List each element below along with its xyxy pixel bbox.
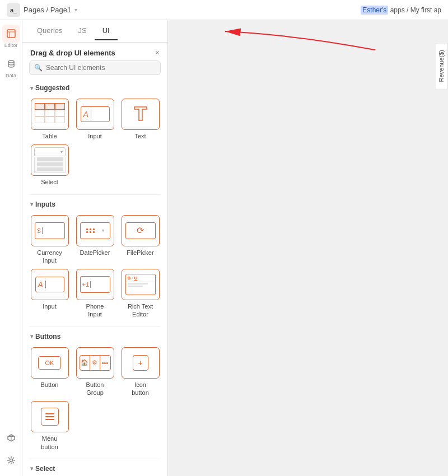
button-preview[interactable]: OK bbox=[31, 347, 69, 379]
svg-rect-0 bbox=[7, 30, 15, 38]
select-label: Select bbox=[41, 178, 58, 186]
menu-button-icon bbox=[41, 408, 59, 426]
widget-icon-button[interactable]: + Iconbutton bbox=[120, 347, 161, 397]
input-icon: A bbox=[81, 106, 110, 122]
user-info: Esther's apps / My first ap bbox=[361, 6, 441, 14]
button-icon: OK bbox=[38, 356, 62, 370]
sidebar-bottom-icons bbox=[2, 429, 20, 476]
filepicker-icon: ⟳ bbox=[125, 222, 156, 239]
tab-bar: Queries JS UI bbox=[22, 20, 167, 43]
currency-label: CurrencyInput bbox=[37, 249, 62, 265]
buttons-grid: OK Button 🏠 ⚙ ••• ButtonGroup bbox=[22, 344, 167, 456]
arrow-annotation bbox=[168, 20, 448, 132]
richtext-preview[interactable]: B / U bbox=[122, 269, 160, 300]
chevron-down-icon-select: ▾ bbox=[30, 465, 33, 472]
tab-queries[interactable]: Queries bbox=[29, 22, 71, 40]
divider-2 bbox=[29, 326, 161, 327]
divider-1 bbox=[29, 194, 161, 195]
editor-icon[interactable] bbox=[2, 25, 20, 43]
input2-label: Input bbox=[43, 302, 56, 310]
section-buttons-label: Buttons bbox=[35, 333, 60, 340]
icon-sidebar: Editor Data bbox=[0, 20, 22, 476]
filepicker-preview[interactable]: ⟳ bbox=[122, 215, 160, 246]
widget-currency-input[interactable]: $ CurrencyInput bbox=[29, 215, 70, 265]
filepicker-label: FilePicker bbox=[127, 249, 153, 256]
panel-header: Drag & drop UI elements × bbox=[22, 43, 167, 60]
search-icon: 🔍 bbox=[34, 64, 43, 72]
icon-button-preview[interactable]: + bbox=[122, 347, 160, 379]
settings-icon[interactable] bbox=[2, 451, 20, 469]
datepicker-preview[interactable]: ▾ bbox=[76, 215, 114, 246]
main-layout: Editor Data bbox=[0, 20, 448, 476]
user-name: Esther's bbox=[361, 6, 388, 15]
section-inputs[interactable]: ▾ Inputs bbox=[22, 197, 167, 212]
svg-point-3 bbox=[8, 60, 14, 63]
phone-label: PhoneInput bbox=[86, 302, 104, 319]
datepicker-label: DatePicker bbox=[80, 249, 110, 256]
button-group-icon: 🏠 ⚙ ••• bbox=[80, 355, 111, 371]
divider-3 bbox=[29, 459, 161, 459]
widget-phone-input[interactable]: +1 PhoneInput bbox=[74, 269, 115, 319]
currency-preview[interactable]: $ bbox=[31, 215, 69, 246]
package-icon[interactable] bbox=[2, 429, 20, 447]
widget-input2[interactable]: A Input bbox=[29, 269, 70, 319]
widget-datepicker[interactable]: ▾ DatePicker bbox=[74, 215, 115, 265]
richtext-icon: B / U bbox=[125, 274, 156, 295]
icon-button-label: Iconbutton bbox=[132, 381, 149, 397]
richtext-label: Rich TextEditor bbox=[128, 302, 153, 319]
widget-input[interactable]: A Input bbox=[74, 99, 115, 140]
phone-icon: +1 bbox=[80, 276, 110, 293]
chevron-down-icon-inputs: ▾ bbox=[30, 201, 33, 207]
menu-button-preview[interactable] bbox=[31, 401, 69, 432]
dropdown-chevron-icon[interactable]: ▾ bbox=[74, 7, 77, 13]
widget-filepicker[interactable]: ⟳ FilePicker bbox=[120, 215, 161, 265]
canvas-area: Revenue($) bbox=[168, 20, 448, 476]
select-preview[interactable]: ▾ bbox=[31, 144, 69, 176]
revenue-label: Revenue($) bbox=[436, 43, 448, 89]
table-preview[interactable] bbox=[31, 99, 69, 130]
inputs-grid: $ CurrencyInput ▾ bbox=[22, 212, 167, 324]
widget-button[interactable]: OK Button bbox=[29, 347, 70, 397]
tab-js[interactable]: JS bbox=[71, 22, 95, 40]
section-select[interactable]: ▾ Select bbox=[22, 461, 167, 476]
widget-text[interactable]: Text bbox=[120, 99, 161, 140]
tab-ui[interactable]: UI bbox=[95, 22, 118, 40]
text-preview[interactable] bbox=[122, 99, 160, 130]
input2-preview[interactable]: A bbox=[31, 269, 69, 300]
section-suggested[interactable]: ▾ Suggested bbox=[22, 81, 167, 95]
ui-panel: Queries JS UI Drag & drop UI elements × … bbox=[22, 20, 168, 476]
button-group-preview[interactable]: 🏠 ⚙ ••• bbox=[76, 347, 114, 379]
panel-content: ▾ Suggested bbox=[22, 81, 167, 476]
phone-preview[interactable]: +1 bbox=[76, 269, 114, 300]
input-preview[interactable]: A bbox=[76, 99, 114, 130]
text-icon bbox=[132, 105, 149, 124]
data-label: Data bbox=[6, 73, 16, 78]
section-buttons[interactable]: ▾ Buttons bbox=[22, 329, 167, 344]
search-input[interactable] bbox=[46, 64, 156, 72]
text-label: Text bbox=[134, 132, 146, 140]
widget-rich-text-editor[interactable]: B / U Rich TextEditor bbox=[120, 269, 161, 319]
editor-label: Editor bbox=[4, 43, 18, 48]
suggested-grid: Table A Input bbox=[22, 95, 167, 192]
panel-title: Drag & drop UI elements bbox=[30, 49, 115, 57]
search-box[interactable]: 🔍 bbox=[29, 60, 161, 75]
top-bar: a_ Pages / Page1 ▾ Esther's apps / My fi… bbox=[0, 0, 448, 20]
widget-button-group[interactable]: 🏠 ⚙ ••• ButtonGroup bbox=[74, 347, 115, 397]
datepicker-icon: ▾ bbox=[80, 222, 110, 239]
select-icon: ▾ bbox=[34, 147, 66, 173]
section-select-label: Select bbox=[35, 465, 55, 473]
section-suggested-label: Suggested bbox=[35, 84, 69, 92]
input2-icon: A bbox=[35, 277, 64, 292]
widget-table[interactable]: Table bbox=[29, 99, 70, 140]
widget-select[interactable]: ▾ Select bbox=[29, 144, 70, 186]
close-button[interactable]: × bbox=[155, 48, 160, 57]
sidebar-item-data[interactable]: Data bbox=[2, 55, 20, 78]
currency-icon: $ bbox=[35, 222, 65, 239]
breadcrumb-area: a_ Pages / Page1 ▾ bbox=[7, 3, 77, 17]
svg-point-6 bbox=[10, 459, 12, 462]
sidebar-item-editor[interactable]: Editor bbox=[2, 25, 20, 48]
app-logo: a_ bbox=[7, 3, 20, 17]
widget-menu-button[interactable]: Menubutton bbox=[29, 401, 70, 451]
data-icon[interactable] bbox=[2, 55, 20, 73]
table-icon bbox=[35, 103, 65, 125]
